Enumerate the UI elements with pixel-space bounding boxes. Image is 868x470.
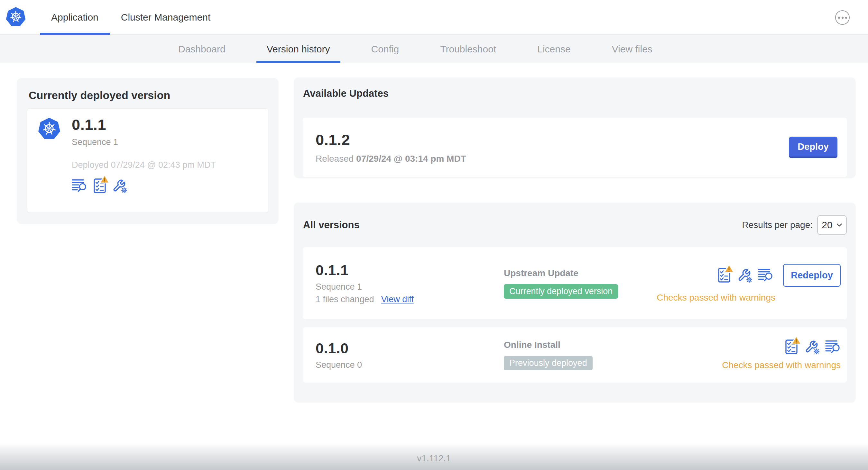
results-per-page-value: 20 xyxy=(822,220,832,231)
gear-icon xyxy=(813,348,820,355)
current-version-deployed-at: Deployed 07/29/24 @ 02:43 pm MDT xyxy=(72,160,216,170)
update-version-number: 0.1.2 xyxy=(316,131,466,148)
preflight-checks-icon[interactable] xyxy=(718,268,730,282)
files-changed-label: 1 files changed xyxy=(316,295,374,304)
config-icon[interactable] xyxy=(737,268,751,282)
update-released-at: Released 07/29/24 @ 03:14 pm MDT xyxy=(316,154,466,164)
row-version-number: 0.1.1 xyxy=(316,262,504,279)
config-icon[interactable] xyxy=(112,179,126,193)
gear-icon xyxy=(121,187,128,194)
warning-triangle-icon xyxy=(791,335,802,345)
app-subnav: Dashboard Version history Config Trouble… xyxy=(0,35,868,63)
console-version-label: v1.112.1 xyxy=(0,453,868,464)
version-source-label: Online Install xyxy=(504,340,656,350)
more-menu-button[interactable] xyxy=(835,10,850,25)
all-versions-card: All versions Results per page: 20 0.1.1 … xyxy=(294,203,856,402)
tab-license[interactable]: License xyxy=(527,35,581,63)
gear-icon xyxy=(746,276,753,283)
all-versions-title: All versions xyxy=(303,219,360,231)
app-header: Application Cluster Management xyxy=(0,0,868,35)
checks-status-link[interactable]: Checks passed with warnings xyxy=(657,293,775,303)
currently-deployed-title: Currently deployed version xyxy=(29,89,170,102)
results-per-page-label: Results per page: xyxy=(742,220,813,230)
preflight-checks-icon[interactable] xyxy=(94,178,106,193)
available-updates-card: Available Updates 0.1.2 Released 07/29/2… xyxy=(294,77,856,178)
warning-triangle-icon xyxy=(99,174,110,184)
deploy-logs-icon[interactable] xyxy=(758,268,773,282)
status-badge: Previously deployed xyxy=(504,356,593,370)
header-tabs: Application Cluster Management xyxy=(40,0,222,35)
kubernetes-logo xyxy=(5,6,26,28)
deploy-logs-icon[interactable] xyxy=(825,340,841,354)
available-updates-title: Available Updates xyxy=(303,88,389,99)
current-version-sequence: Sequence 1 xyxy=(72,137,216,147)
ellipsis-icon xyxy=(838,16,847,19)
row-version-number: 0.1.0 xyxy=(316,340,504,357)
released-date: 07/29/24 @ 03:14 pm MDT xyxy=(356,154,466,164)
available-update-row: 0.1.2 Released 07/29/24 @ 03:14 pm MDT D… xyxy=(303,118,847,177)
checks-status-link[interactable]: Checks passed with warnings xyxy=(722,360,841,370)
redeploy-button[interactable]: Redeploy xyxy=(783,264,841,287)
config-icon[interactable] xyxy=(805,340,818,354)
warning-triangle-icon xyxy=(723,264,735,273)
current-version-number: 0.1.1 xyxy=(72,116,216,133)
preflight-checks-icon[interactable] xyxy=(785,339,798,354)
deploy-button[interactable]: Deploy xyxy=(789,137,837,158)
status-badge: Currently deployed version xyxy=(504,284,618,299)
view-diff-link[interactable]: View diff xyxy=(381,295,414,304)
tab-view-files[interactable]: View files xyxy=(601,35,663,63)
tab-troubleshoot[interactable]: Troubleshoot xyxy=(430,35,506,63)
version-source-label: Upstream Update xyxy=(504,268,656,278)
tab-version-history[interactable]: Version history xyxy=(256,35,340,63)
results-per-page-select[interactable]: 20 xyxy=(817,215,847,235)
row-sequence: Sequence 0 xyxy=(316,360,504,370)
tab-dashboard[interactable]: Dashboard xyxy=(168,35,236,63)
currently-deployed-card: Currently deployed version 0.1.1 Sequenc… xyxy=(17,78,278,224)
tab-config[interactable]: Config xyxy=(361,35,409,63)
tab-application[interactable]: Application xyxy=(40,0,110,35)
released-prefix: Released xyxy=(316,154,353,164)
chevron-down-icon xyxy=(836,223,842,227)
deploy-logs-icon[interactable] xyxy=(72,179,87,193)
version-row-0-1-1: 0.1.1 Sequence 1 1 files changed View di… xyxy=(303,247,847,319)
kubernetes-app-icon xyxy=(37,117,61,141)
version-row-0-1-0: 0.1.0 Sequence 0 Online Install Previous… xyxy=(303,327,847,382)
tab-cluster-management[interactable]: Cluster Management xyxy=(110,0,222,35)
row-sequence: Sequence 1 xyxy=(316,282,504,292)
currently-deployed-version-box: 0.1.1 Sequence 1 Deployed 07/29/24 @ 02:… xyxy=(27,108,268,213)
